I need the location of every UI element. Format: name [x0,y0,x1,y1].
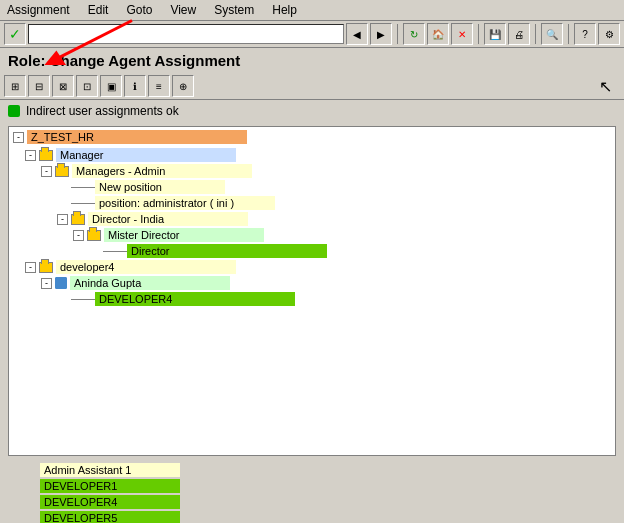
tb2-btn5[interactable]: ▣ [100,75,122,97]
manager-folder-icon [39,150,53,161]
bottom-item-3[interactable]: DEVELOPER5 [8,510,616,523]
find-btn[interactable]: 🔍 [541,23,563,45]
managers-admin-expand[interactable]: - [41,166,52,177]
tree-root-row[interactable]: - Z_TEST_HR [9,127,615,147]
new-position-label[interactable]: New position [95,180,225,194]
tree-director-row[interactable]: Director [9,243,615,259]
status-area: Indirect user assignments ok [0,100,624,122]
menu-bar: Assignment Edit Goto View System Help [0,0,624,21]
tb2-btn4[interactable]: ⊡ [76,75,98,97]
manager-expand[interactable]: - [25,150,36,161]
tree-manager-row[interactable]: - Manager [9,147,615,163]
sep2 [478,24,479,44]
home-btn[interactable]: 🏠 [427,23,449,45]
sep3 [535,24,536,44]
connector4 [71,299,95,300]
aninda-label[interactable]: Aninda Gupta [70,276,230,290]
aninda-person-icon [55,277,67,289]
sep1 [397,24,398,44]
tree-director-india-row[interactable]: - Director - India [9,211,615,227]
root-label[interactable]: Z_TEST_HR [27,130,247,144]
tree-developer4-row[interactable]: - developer4 [9,259,615,275]
bottom-item-1[interactable]: DEVELOPER1 [8,478,616,494]
developer4-expand[interactable]: - [25,262,36,273]
nav-fwd-btn[interactable]: ▶ [370,23,392,45]
menu-view[interactable]: View [167,2,199,18]
stop-btn[interactable]: ✕ [451,23,473,45]
managers-admin-folder-icon [55,166,69,177]
position-ini-label[interactable]: position: administrator ( ini ) [95,196,275,210]
cursor-icon: ↖ [599,77,620,96]
check-icon-btn[interactable]: ✓ [4,23,26,45]
bottom-label-1[interactable]: DEVELOPER1 [40,479,180,493]
tb2-btn2[interactable]: ⊟ [28,75,50,97]
menu-system[interactable]: System [211,2,257,18]
bottom-item-0[interactable]: Admin Assistant 1 [8,462,616,478]
root-expand-icon[interactable]: - [13,132,24,143]
toolbar-area: ✓ ◀ ▶ ↻ 🏠 ✕ 💾 🖨 🔍 ? ⚙ [0,21,624,48]
bottom-label-3[interactable]: DEVELOPER5 [40,511,180,523]
refresh-btn[interactable]: ↻ [403,23,425,45]
menu-goto[interactable]: Goto [123,2,155,18]
toolbar2: ⊞ ⊟ ⊠ ⊡ ▣ ℹ ≡ ⊕ ↖ [0,73,624,100]
mister-director-expand[interactable]: - [73,230,84,241]
developer4-folder-icon [39,262,53,273]
director-label[interactable]: Director [127,244,327,258]
director-india-folder-icon [71,214,85,225]
tb2-btn3[interactable]: ⊠ [52,75,74,97]
status-text: Indirect user assignments ok [26,104,179,118]
director-india-label[interactable]: Director - India [88,212,248,226]
tree-managers-admin-row[interactable]: - Managers - Admin [9,163,615,179]
menu-assignment[interactable]: Assignment [4,2,73,18]
page-title: Role: Change Agent Assignment [0,48,624,73]
tb2-btn8[interactable]: ⊕ [172,75,194,97]
managers-admin-label[interactable]: Managers - Admin [72,164,252,178]
status-dot [8,105,20,117]
mister-director-label[interactable]: Mister Director [104,228,264,242]
connector1 [71,187,95,188]
manager-label[interactable]: Manager [56,148,236,162]
menu-edit[interactable]: Edit [85,2,112,18]
menu-help[interactable]: Help [269,2,300,18]
mister-director-folder-icon [87,230,101,241]
sep4 [568,24,569,44]
developer4-label[interactable]: developer4 [56,260,236,274]
connector2 [71,203,95,204]
developer4-role-label[interactable]: DEVELOPER4 [95,292,295,306]
bottom-label-0[interactable]: Admin Assistant 1 [40,463,180,477]
toolbar1: ✓ ◀ ▶ ↻ 🏠 ✕ 💾 🖨 🔍 ? ⚙ [0,21,624,48]
print-btn[interactable]: 🖨 [508,23,530,45]
bottom-item-2[interactable]: DEVELOPER4 [8,494,616,510]
save-btn[interactable]: 💾 [484,23,506,45]
tb2-btn7[interactable]: ≡ [148,75,170,97]
aninda-expand[interactable]: - [41,278,52,289]
tree-container: - Z_TEST_HR - Manager - Managers - Admin… [8,126,616,456]
tb2-btn6[interactable]: ℹ [124,75,146,97]
help-btn[interactable]: ? [574,23,596,45]
tree-mister-director-row[interactable]: - Mister Director [9,227,615,243]
tb2-btn1[interactable]: ⊞ [4,75,26,97]
bottom-label-2[interactable]: DEVELOPER4 [40,495,180,509]
tree-position-ini-row[interactable]: position: administrator ( ini ) [9,195,615,211]
tree-aninda-row[interactable]: - Aninda Gupta [9,275,615,291]
tree-developer4-role-row[interactable]: DEVELOPER4 [9,291,615,307]
connector3 [103,251,127,252]
director-india-expand[interactable]: - [57,214,68,225]
addr-bar [28,24,344,44]
address-input[interactable] [28,24,344,44]
settings-btn[interactable]: ⚙ [598,23,620,45]
bottom-items: Admin Assistant 1 DEVELOPER1 DEVELOPER4 … [0,460,624,523]
nav-back-btn[interactable]: ◀ [346,23,368,45]
tree-new-position-row[interactable]: New position [9,179,615,195]
